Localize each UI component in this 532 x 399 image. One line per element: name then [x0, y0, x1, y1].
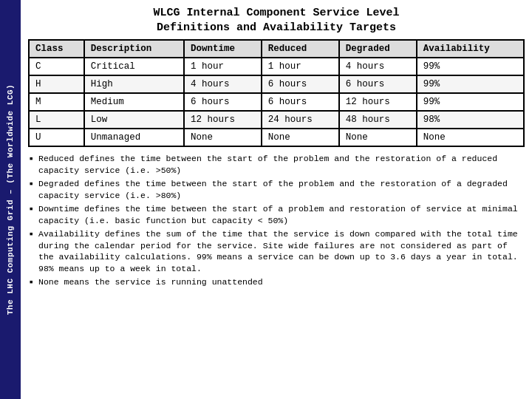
table-cell: None — [417, 129, 524, 146]
table-body: CCritical1 hour1 hour4 hours99%HHigh4 ho… — [29, 58, 524, 146]
table-cell: 1 hour — [184, 58, 262, 75]
sla-table: ClassDescriptionDowntimeReducedDegradedA… — [28, 39, 525, 147]
table-cell: 6 hours — [184, 93, 262, 111]
table-cell: None — [184, 129, 262, 146]
table-header: Availability — [417, 40, 524, 58]
table-cell: U — [29, 129, 84, 146]
bullet-marker: ▪ — [28, 153, 38, 176]
bullet-item: ▪Reduced defines the time between the st… — [28, 153, 525, 176]
table-cell: 12 hours — [184, 111, 262, 129]
table-cell: None — [262, 129, 339, 146]
table-cell: 99% — [417, 58, 524, 75]
table-cell: M — [29, 93, 84, 111]
bullet-text: Reduced defines the time between the sta… — [38, 153, 525, 176]
sidebar: The LHC Computing Grid – (The Worldwide … — [0, 0, 21, 399]
table-cell: 4 hours — [184, 75, 262, 93]
table-cell: 6 hours — [262, 75, 339, 93]
table-row: HHigh4 hours6 hours6 hours99% — [29, 75, 524, 93]
title-block: WLCG Internal Component Service Level De… — [28, 6, 525, 35]
title-line2: Definitions and Availability Targets — [28, 21, 525, 35]
bullet-marker: ▪ — [28, 178, 38, 201]
table-header: Class — [29, 40, 84, 58]
table-cell: Unmanaged — [84, 129, 184, 146]
table-cell: None — [339, 129, 417, 146]
table-cell: 12 hours — [339, 93, 417, 111]
main-content: WLCG Internal Component Service Level De… — [21, 0, 532, 399]
bullet-text: Degraded defines the time between the st… — [38, 178, 525, 201]
bullet-item: ▪Downtime defines the time between the s… — [28, 203, 525, 226]
table-cell: C — [29, 58, 84, 75]
table-row: MMedium6 hours6 hours12 hours99% — [29, 93, 524, 111]
table-cell: 99% — [417, 93, 524, 111]
table-row: UUnmanagedNoneNoneNoneNone — [29, 129, 524, 146]
bullet-item: ▪Degraded defines the time between the s… — [28, 178, 525, 201]
bullet-item: ▪None means the service is running unatt… — [28, 276, 525, 289]
table-cell: Critical — [84, 58, 184, 75]
bullet-text: None means the service is running unatte… — [38, 276, 525, 289]
table-row: LLow12 hours24 hours48 hours98% — [29, 111, 524, 129]
table-cell: 4 hours — [339, 58, 417, 75]
bullets-container: ▪Reduced defines the time between the st… — [28, 153, 525, 291]
table-header: Description — [84, 40, 184, 58]
table-cell: Medium — [84, 93, 184, 111]
table-header: Degraded — [339, 40, 417, 58]
table-cell: High — [84, 75, 184, 93]
bullet-item: ▪Availability defines the sum of the tim… — [28, 228, 525, 274]
table-cell: 1 hour — [262, 58, 339, 75]
table-row: CCritical1 hour1 hour4 hours99% — [29, 58, 524, 75]
table-cell: 98% — [417, 111, 524, 129]
table-header: Reduced — [262, 40, 339, 58]
table-header: Downtime — [184, 40, 262, 58]
table-cell: 24 hours — [262, 111, 339, 129]
bullet-text: Downtime defines the time between the st… — [38, 203, 525, 226]
sidebar-label: The LHC Computing Grid – (The Worldwide … — [6, 84, 15, 315]
table-cell: L — [29, 111, 84, 129]
table-cell: 48 hours — [339, 111, 417, 129]
table-cell: 99% — [417, 75, 524, 93]
bullet-marker: ▪ — [28, 203, 38, 226]
table-cell: 6 hours — [339, 75, 417, 93]
table-header-row: ClassDescriptionDowntimeReducedDegradedA… — [29, 40, 524, 58]
bullet-marker: ▪ — [28, 228, 38, 274]
table-cell: Low — [84, 111, 184, 129]
bullet-marker: ▪ — [28, 276, 38, 289]
title-line1: WLCG Internal Component Service Level — [28, 6, 525, 21]
table-cell: 6 hours — [262, 93, 339, 111]
table-cell: H — [29, 75, 84, 93]
bullet-text: Availability defines the sum of the time… — [38, 228, 525, 274]
